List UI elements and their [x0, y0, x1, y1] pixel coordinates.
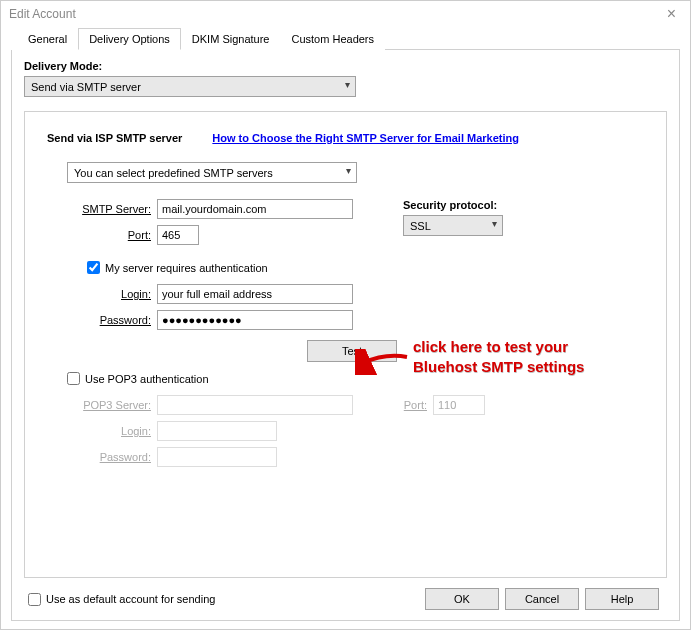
footer: Use as default account for sending OK Ca… — [24, 578, 667, 610]
default-account-checkbox[interactable] — [28, 593, 41, 606]
auth-required-label: My server requires authentication — [105, 262, 268, 274]
pop3-auth-checkbox[interactable] — [67, 372, 80, 385]
security-protocol-select[interactable]: SSL — [403, 215, 503, 236]
tab-body: Delivery Mode: Send via SMTP server Send… — [11, 50, 680, 621]
password-input[interactable] — [157, 310, 353, 330]
tab-general[interactable]: General — [17, 28, 78, 50]
delivery-mode-select[interactable]: Send via SMTP server — [24, 76, 356, 97]
tab-delivery-options[interactable]: Delivery Options — [78, 28, 181, 50]
panel-title: Send via ISP SMTP server — [47, 132, 182, 144]
pop3-password-label: Password: — [67, 451, 157, 463]
annotation-arrow-icon — [355, 349, 410, 375]
window-title: Edit Account — [9, 7, 76, 21]
edit-account-window: Edit Account × General Delivery Options … — [0, 0, 691, 630]
pop3-server-label: POP3 Server: — [67, 399, 157, 411]
predefined-smtp-select[interactable]: You can select predefined SMTP servers — [67, 162, 357, 183]
smtp-port-input[interactable] — [157, 225, 199, 245]
cancel-button[interactable]: Cancel — [505, 588, 579, 610]
tab-custom-headers[interactable]: Custom Headers — [281, 28, 386, 50]
pop3-login-input — [157, 421, 277, 441]
close-icon[interactable]: × — [661, 5, 682, 23]
pop3-password-input — [157, 447, 277, 467]
password-label: Password: — [67, 314, 157, 326]
smtp-server-label: SMTP Server: — [67, 203, 157, 215]
pop3-server-input — [157, 395, 353, 415]
pop3-login-label: Login: — [67, 425, 157, 437]
delivery-mode-label: Delivery Mode: — [24, 60, 667, 72]
help-button[interactable]: Help — [585, 588, 659, 610]
smtp-server-input[interactable] — [157, 199, 353, 219]
pop3-port-input — [433, 395, 485, 415]
pop3-port-label: Port: — [393, 399, 433, 411]
help-link[interactable]: How to Choose the Right SMTP Server for … — [212, 132, 519, 144]
pop3-auth-label: Use POP3 authentication — [85, 373, 209, 385]
content-area: General Delivery Options DKIM Signature … — [1, 27, 690, 629]
smtp-panel: Send via ISP SMTP server How to Choose t… — [24, 111, 667, 578]
login-input[interactable] — [157, 284, 353, 304]
tab-dkim-signature[interactable]: DKIM Signature — [181, 28, 281, 50]
smtp-port-label: Port: — [67, 229, 157, 241]
default-account-label: Use as default account for sending — [46, 593, 215, 605]
security-protocol-label: Security protocol: — [403, 199, 503, 211]
titlebar: Edit Account × — [1, 1, 690, 27]
login-label: Login: — [67, 288, 157, 300]
auth-required-checkbox[interactable] — [87, 261, 100, 274]
ok-button[interactable]: OK — [425, 588, 499, 610]
tab-bar: General Delivery Options DKIM Signature … — [17, 27, 680, 50]
annotation-text: click here to test your Bluehost SMTP se… — [413, 337, 584, 376]
